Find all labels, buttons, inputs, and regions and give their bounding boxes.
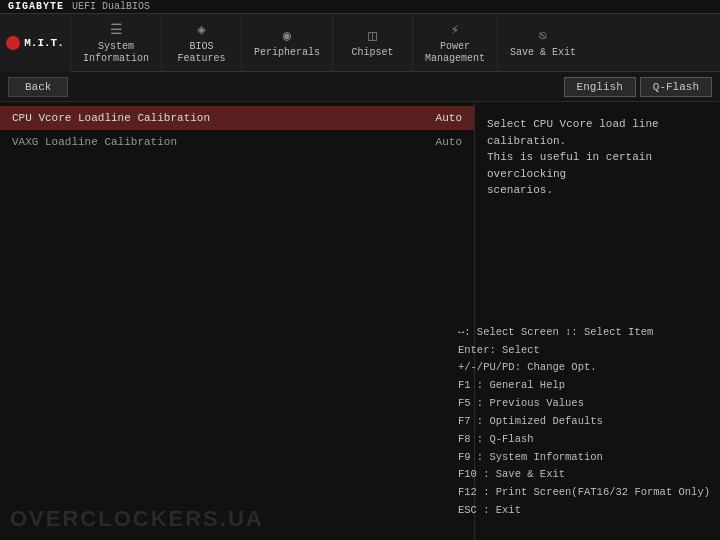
bios-features-icon: ◈ <box>197 21 205 38</box>
chipset-icon: ◫ <box>368 27 376 44</box>
nav-bar: M.I.T. ☰ SystemInformation ◈ BIOSFeature… <box>0 14 720 72</box>
system-info-icon: ☰ <box>110 21 123 38</box>
menu-item-cpu-vcore-value: Auto <box>436 112 462 124</box>
help-key-line: F7 : Optimized Defaults <box>458 413 710 431</box>
toolbar: Back English Q-Flash <box>0 72 720 102</box>
nav-system-information[interactable]: ☰ SystemInformation <box>70 14 161 72</box>
menu-item-cpu-vcore[interactable]: CPU Vcore Loadline Calibration Auto <box>0 106 474 130</box>
nav-bios-features[interactable]: ◈ BIOSFeatures <box>161 14 241 72</box>
nav-power-management[interactable]: ⚡ PowerManagement <box>412 14 497 72</box>
nav-chipset-label: Chipset <box>352 47 394 59</box>
description-text: Select CPU Vcore load line calibration. … <box>487 116 708 199</box>
help-key-line: F8 : Q-Flash <box>458 431 710 449</box>
help-key-line: ↔: Select Screen ↕: Select Item <box>458 324 710 342</box>
nav-system-information-label: SystemInformation <box>83 41 149 65</box>
language-button[interactable]: English <box>564 77 636 97</box>
peripherals-icon: ◉ <box>283 27 291 44</box>
left-panel: CPU Vcore Loadline Calibration Auto VAXG… <box>0 102 475 540</box>
qflash-button[interactable]: Q-Flash <box>640 77 712 97</box>
help-key-line: Enter: Select <box>458 342 710 360</box>
mit-label: M.I.T. <box>24 37 64 49</box>
nav-peripherals-label: Peripherals <box>254 47 320 59</box>
power-icon: ⚡ <box>451 21 459 38</box>
help-key-line: F9 : System Information <box>458 449 710 467</box>
help-key-line: +/-/PU/PD: Change Opt. <box>458 359 710 377</box>
nav-peripherals[interactable]: ◉ Peripherals <box>241 14 332 72</box>
nav-save-exit[interactable]: ⎋ Save & Exit <box>497 14 588 72</box>
help-keys: ↔: Select Screen ↕: Select ItemEnter: Se… <box>458 324 710 520</box>
save-exit-icon: ⎋ <box>539 27 547 44</box>
nav-bios-features-label: BIOSFeatures <box>178 41 226 65</box>
top-bar: GIGABYTE UEFI DualBIOS <box>0 0 720 14</box>
help-key-line: F1 : General Help <box>458 377 710 395</box>
menu-item-vaxg-value: Auto <box>436 136 462 148</box>
brand-title: GIGABYTE <box>8 1 64 12</box>
nav-power-management-label: PowerManagement <box>425 41 485 65</box>
nav-save-exit-label: Save & Exit <box>510 47 576 59</box>
menu-item-cpu-vcore-label: CPU Vcore Loadline Calibration <box>12 112 436 124</box>
help-key-line: F10 : Save & Exit <box>458 466 710 484</box>
dual-bios-label: UEFI DualBIOS <box>72 1 150 12</box>
help-key-line: F12 : Print Screen(FAT16/32 Format Only) <box>458 484 710 502</box>
menu-item-vaxg[interactable]: VAXG Loadline Calibration Auto <box>0 130 474 154</box>
mit-button[interactable]: M.I.T. <box>0 14 70 72</box>
back-button[interactable]: Back <box>8 77 68 97</box>
help-key-line: F5 : Previous Values <box>458 395 710 413</box>
menu-item-vaxg-label: VAXG Loadline Calibration <box>12 136 436 148</box>
help-key-line: ESC : Exit <box>458 502 710 520</box>
mit-dot <box>6 36 20 50</box>
nav-chipset[interactable]: ◫ Chipset <box>332 14 412 72</box>
